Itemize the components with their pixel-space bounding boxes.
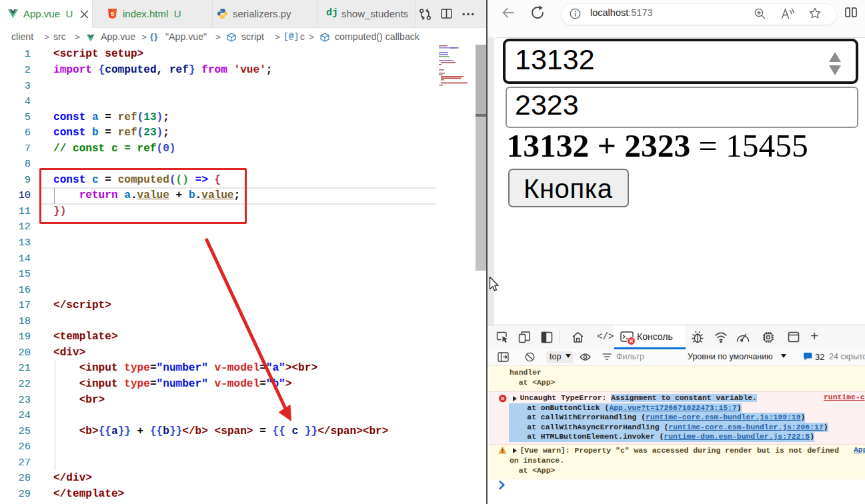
- svg-text:5: 5: [111, 11, 114, 17]
